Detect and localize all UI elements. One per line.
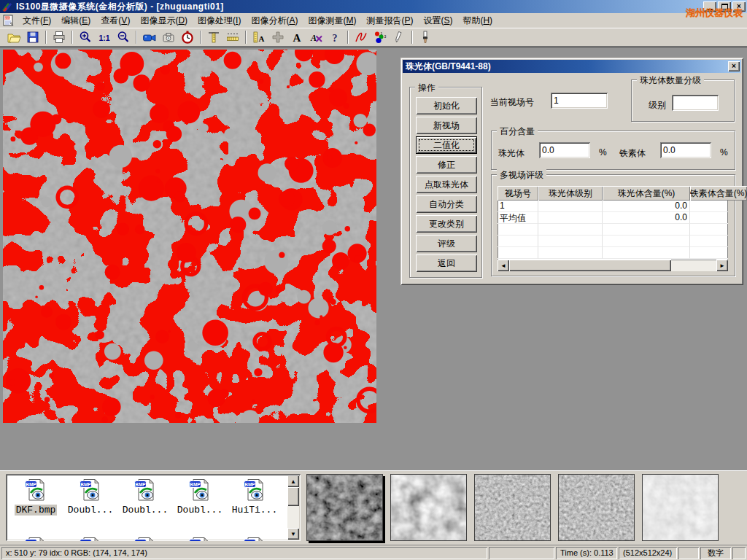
- op-button-6[interactable]: 自动分类: [416, 195, 477, 213]
- move-tool-icon[interactable]: [269, 29, 287, 45]
- file-item[interactable]: BMPDoubl...: [120, 478, 171, 516]
- thumbnail-specimen-2[interactable]: [390, 474, 467, 541]
- timer-icon[interactable]: [179, 29, 196, 45]
- file-name[interactable]: Doubl...: [121, 505, 169, 516]
- file-name[interactable]: Doubl...: [66, 505, 115, 516]
- camera-capture-icon[interactable]: [160, 29, 177, 45]
- image-size-readout: (512x512x24): [619, 547, 677, 559]
- menu-item-7[interactable]: 图像测量(M): [303, 13, 361, 28]
- measure-vertical-icon[interactable]: [205, 29, 222, 45]
- bmp-file-icon[interactable]: BMP: [65, 536, 116, 541]
- scrollbar-thumb[interactable]: [509, 260, 671, 271]
- bmp-file-icon[interactable]: BMP: [174, 536, 225, 541]
- menu-item-1[interactable]: 文件(F): [18, 13, 56, 28]
- file-name[interactable]: DKF.bmp: [15, 505, 58, 516]
- point-marker-icon[interactable]: 13: [371, 29, 389, 45]
- op-button-2[interactable]: 新视场: [416, 117, 477, 134]
- table-cell: [538, 236, 603, 247]
- table-row[interactable]: [498, 224, 728, 236]
- video-capture-icon[interactable]: [141, 29, 158, 45]
- table-row[interactable]: [498, 247, 728, 259]
- op-button-1[interactable]: 初始化: [416, 97, 477, 114]
- table-horizontal-scrollbar[interactable]: ◄ ►: [498, 260, 728, 271]
- op-button-4[interactable]: 修正: [416, 156, 477, 174]
- op-button-3[interactable]: 二值化: [416, 136, 477, 154]
- print-icon[interactable]: [50, 29, 68, 45]
- brush-tool-icon[interactable]: [417, 29, 434, 45]
- menu-item-3[interactable]: 查看(V): [96, 13, 135, 28]
- scroll-right-icon[interactable]: ►: [716, 260, 728, 271]
- zoom-in-icon[interactable]: [77, 29, 94, 45]
- bmp-file-icon[interactable]: BMP: [65, 478, 116, 505]
- file-name[interactable]: HuiTi...: [231, 505, 279, 516]
- dialog-close-button[interactable]: ×: [728, 61, 740, 71]
- curve-tool-icon[interactable]: [352, 29, 370, 45]
- thumbnail-specimen-3[interactable]: [474, 474, 551, 541]
- bmp-file-icon[interactable]: BMP: [174, 478, 225, 505]
- svg-text:BMP: BMP: [190, 482, 201, 487]
- help-icon[interactable]: ?: [326, 29, 344, 45]
- pen-tool-icon[interactable]: [390, 29, 408, 45]
- scroll-down-icon[interactable]: ▼: [287, 528, 299, 540]
- file-item[interactable]: BMP: [229, 536, 280, 541]
- save-file-icon[interactable]: [24, 29, 42, 45]
- file-item[interactable]: BMP: [65, 536, 116, 541]
- close-button[interactable]: ×: [732, 1, 746, 12]
- bmp-file-icon[interactable]: BMP: [229, 536, 280, 541]
- file-item[interactable]: BMPHuiTi...: [229, 478, 280, 516]
- menu-item-4[interactable]: 图像显示(D): [135, 13, 193, 28]
- level-input[interactable]: [672, 95, 719, 111]
- thumbnail-specimen-1[interactable]: [306, 474, 383, 541]
- table-row[interactable]: 10.0: [498, 201, 728, 212]
- scroll-left-icon[interactable]: ◄: [498, 260, 509, 271]
- pearlite-percent-input[interactable]: [539, 142, 590, 158]
- file-item[interactable]: BMP: [174, 536, 225, 541]
- file-scrollbar-thumb[interactable]: [287, 487, 299, 506]
- rating-table-body[interactable]: 10.0平均值0.0: [498, 201, 728, 260]
- file-item[interactable]: BMP: [10, 536, 61, 541]
- scroll-up-icon[interactable]: ▲: [287, 475, 299, 487]
- delete-annotation-icon[interactable]: A: [307, 29, 325, 45]
- file-list-scrollbar[interactable]: ▲ ▼: [287, 475, 299, 540]
- table-row[interactable]: [498, 236, 728, 247]
- measure-horizontal-icon[interactable]: [224, 29, 241, 45]
- menu-item-5[interactable]: 图像处理(I): [193, 13, 246, 28]
- document-system-icon[interactable]: DOC: [2, 15, 15, 26]
- actual-size-icon[interactable]: 1:1: [96, 29, 113, 45]
- binarized-micrograph-image[interactable]: [3, 50, 376, 423]
- op-button-8[interactable]: 评级: [416, 235, 477, 252]
- dialog-title-bar[interactable]: 珠光体(GB/T9441-88) ×: [403, 60, 741, 73]
- bmp-file-icon[interactable]: BMP: [120, 478, 171, 505]
- file-item[interactable]: BMPDoubl...: [65, 478, 116, 516]
- minimize-button[interactable]: [703, 1, 716, 12]
- thumbnail-specimen-5[interactable]: [642, 474, 719, 541]
- open-file-icon[interactable]: [5, 29, 23, 45]
- file-item[interactable]: BMPDoubl...: [174, 478, 225, 516]
- menu-item-6[interactable]: 图像分析(A): [246, 13, 303, 28]
- maximize-button[interactable]: [718, 1, 731, 12]
- pearlite-dialog: 珠光体(GB/T9441-88) × 操作 初始化新视场二值化修正点取珠光体自动…: [400, 58, 743, 285]
- menu-item-2[interactable]: 编辑(E): [56, 13, 96, 28]
- zoom-out-icon[interactable]: [115, 29, 132, 45]
- text-annotation-icon[interactable]: A: [288, 29, 306, 45]
- menu-item-9[interactable]: 设置(S): [418, 13, 457, 28]
- file-item[interactable]: BMP: [120, 536, 171, 541]
- menu-item-10[interactable]: 帮助(H): [457, 13, 498, 28]
- file-list[interactable]: BMPDKF.bmpBMPDoubl...BMPDoubl...BMPDoubl…: [6, 474, 301, 541]
- file-name[interactable]: Doubl...: [176, 505, 224, 516]
- op-button-9[interactable]: 返回: [416, 254, 477, 272]
- bmp-file-icon[interactable]: BMP: [229, 478, 280, 505]
- bmp-file-icon[interactable]: BMP: [10, 478, 61, 505]
- measure-annotate-icon[interactable]: A: [250, 29, 268, 45]
- file-item[interactable]: BMPDKF.bmp: [10, 478, 61, 516]
- ferrite-percent-input[interactable]: [660, 142, 711, 158]
- bmp-file-icon[interactable]: BMP: [10, 536, 61, 541]
- op-button-5[interactable]: 点取珠光体: [416, 176, 477, 193]
- current-field-input[interactable]: [551, 93, 608, 109]
- menu-item-8[interactable]: 测量报告(P): [361, 13, 418, 28]
- thumbnail-specimen-4[interactable]: [558, 474, 635, 541]
- bmp-file-icon[interactable]: BMP: [120, 536, 171, 541]
- op-button-7[interactable]: 更改类别: [416, 215, 477, 233]
- svg-text:1:1: 1:1: [98, 34, 109, 42]
- table-row[interactable]: 平均值0.0: [498, 212, 728, 224]
